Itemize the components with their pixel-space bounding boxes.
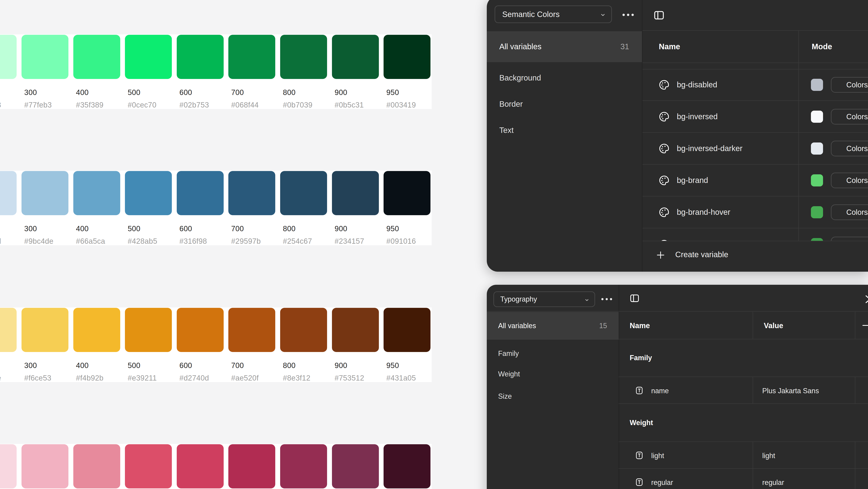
color-swatch[interactable] (22, 308, 68, 352)
color-chip[interactable] (811, 238, 823, 241)
more-options-icon[interactable] (622, 14, 634, 16)
color-swatch[interactable] (383, 444, 431, 488)
mode-badge[interactable]: Colors/G (831, 77, 868, 93)
color-swatch-partial[interactable] (0, 35, 17, 79)
layout-sidebar-icon[interactable] (629, 293, 641, 303)
color-swatch[interactable] (332, 35, 379, 79)
mode-badge[interactable]: Colors/G (831, 204, 868, 220)
color-swatch[interactable] (125, 444, 172, 488)
color-swatch[interactable] (228, 171, 275, 215)
table-row-light[interactable]: lightlight (619, 442, 868, 469)
mode-badge[interactable]: Colors/G (831, 172, 868, 188)
color-swatch[interactable] (280, 444, 327, 488)
color-swatch[interactable] (177, 444, 224, 488)
sidebar-item-all-variables[interactable]: All variables 31 (487, 31, 642, 62)
color-swatch[interactable] (125, 171, 172, 215)
create-variable-label: Create variable (675, 250, 728, 259)
color-swatch[interactable] (332, 308, 379, 352)
hex-label: #0cec70 (128, 101, 156, 109)
color-swatch[interactable] (280, 35, 327, 79)
table-row-bg-brand[interactable]: bg-brandColors/G (642, 165, 868, 196)
color-swatch[interactable] (228, 444, 275, 488)
color-swatch[interactable] (228, 308, 275, 352)
color-chip[interactable] (811, 79, 823, 91)
chevron-right-icon[interactable] (861, 293, 868, 305)
shade-label: 800 (283, 361, 296, 370)
sidebar-item-weight[interactable]: Weight (498, 370, 520, 378)
collection-dropdown[interactable]: Semantic Colors (495, 5, 612, 23)
table-row-partial[interactable] (642, 229, 868, 241)
table-row-regular[interactable]: regularregular (619, 469, 868, 489)
color-swatch[interactable] (177, 308, 224, 352)
color-swatch[interactable] (280, 171, 327, 215)
color-swatch[interactable] (383, 171, 431, 215)
color-swatch-partial[interactable] (0, 308, 17, 352)
color-swatch[interactable] (332, 171, 379, 215)
create-variable-button[interactable]: Create variable (642, 241, 868, 272)
table-row-bg-brand-hover[interactable]: bg-brand-hoverColors/G (642, 196, 868, 228)
table-row-bg-disabled[interactable]: bg-disabledColors/G (642, 69, 868, 101)
hex-label: #02b753 (180, 101, 209, 109)
collection-dropdown[interactable]: Typography (493, 291, 595, 307)
column-divider (855, 312, 855, 339)
column-divider (855, 469, 855, 489)
shade-label: 600 (180, 88, 192, 97)
color-chip[interactable] (811, 110, 823, 123)
palette-row-pink (0, 444, 432, 489)
sidebar-item-text[interactable]: Text (499, 126, 514, 135)
color-swatch-partial[interactable] (0, 444, 17, 488)
table-row-bg-inversed[interactable]: bg-inversedColors/G (642, 101, 868, 133)
column-divider (798, 165, 799, 196)
color-swatch[interactable] (332, 444, 379, 488)
typography-panel: Typography All variables 15 FamilyWeight… (487, 285, 868, 489)
shade-label: 400 (76, 225, 89, 233)
color-swatch[interactable] (73, 308, 120, 352)
variable-name: bg-disabled (677, 80, 717, 89)
shade-label: 600 (180, 361, 192, 370)
shade-label: 800 (283, 88, 296, 97)
shade-label: 950 (386, 361, 399, 370)
table-row-bg-inversed-darker[interactable]: bg-inversed-darkerColors/G (642, 133, 868, 165)
hex-label: #753512 (335, 374, 364, 382)
mode-badge[interactable]: Colors/G (831, 141, 868, 156)
color-swatch[interactable] (73, 171, 120, 215)
color-swatch[interactable] (177, 171, 224, 215)
hex-label: #428ab5 (128, 237, 157, 246)
sidebar-item-background[interactable]: Background (499, 73, 541, 82)
palette-row-yellow: e300#f6ce53400#f4b92b500#e39211600#d2740… (0, 307, 432, 382)
color-swatch[interactable] (177, 35, 224, 79)
shade-label: 400 (76, 361, 89, 370)
sidebar-item-size[interactable]: Size (498, 392, 512, 400)
table-row-name[interactable]: namePlus Jakarta Sans (619, 377, 868, 404)
color-swatch[interactable] (383, 35, 431, 79)
color-swatch[interactable] (73, 444, 120, 488)
color-swatch[interactable] (383, 308, 431, 352)
color-swatch[interactable] (125, 308, 172, 352)
mode-badge[interactable]: Colors/G (831, 109, 868, 125)
color-chip[interactable] (811, 142, 823, 155)
color-swatch[interactable] (280, 308, 327, 352)
color-swatch[interactable] (22, 444, 68, 488)
add-mode-icon[interactable] (863, 325, 868, 326)
sidebar-item-family[interactable]: Family (498, 350, 519, 358)
layout-sidebar-icon[interactable] (653, 9, 665, 21)
color-swatch[interactable] (125, 35, 172, 79)
hex-label: #003419 (386, 101, 416, 109)
mode-badge[interactable] (831, 237, 868, 241)
color-chip[interactable] (811, 174, 823, 187)
color-chip[interactable] (811, 206, 823, 218)
color-swatch[interactable] (73, 35, 120, 79)
sidebar-item-label: All variables (498, 322, 536, 330)
color-swatch[interactable] (22, 35, 68, 79)
more-options-icon[interactable] (601, 298, 612, 300)
color-swatch[interactable] (22, 171, 68, 215)
chevron-down-icon (599, 11, 607, 19)
palette-icon (658, 111, 670, 122)
shade-label: 500 (128, 361, 141, 370)
color-swatch-partial[interactable] (0, 171, 17, 215)
shade-label: 600 (180, 225, 192, 233)
sidebar-item-border[interactable]: Border (499, 100, 523, 108)
sidebar-item-all-variables[interactable]: All variables 15 (487, 312, 619, 340)
shade-label: 300 (24, 361, 37, 370)
color-swatch[interactable] (228, 35, 275, 79)
